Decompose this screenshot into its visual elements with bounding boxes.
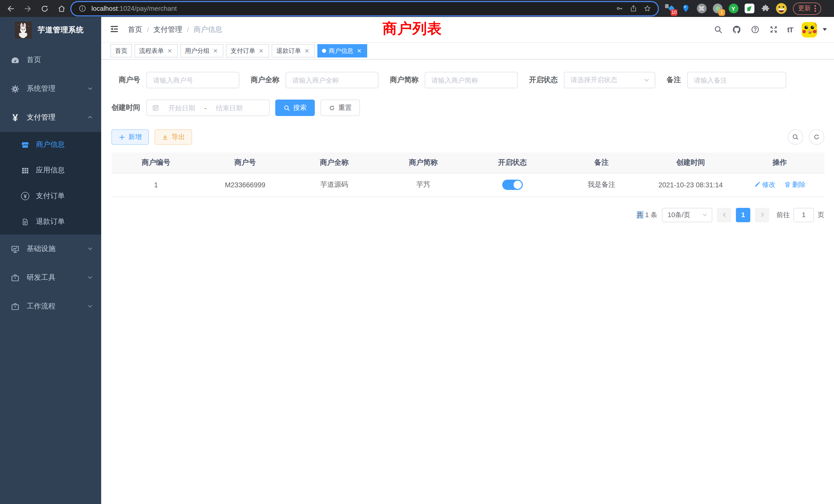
avatar-caret-icon[interactable] [823,28,827,31]
extension-sorter-icon[interactable]: 10 [664,3,675,14]
breadcrumb-separator: / [147,25,149,33]
sidebar-item-payment[interactable]: ¥ 支付管理 [0,103,101,132]
tab-label: 商户信息 [329,46,353,55]
remark-input[interactable] [687,72,786,88]
add-button[interactable]: 新增 [111,129,149,145]
remark-label: 备注 [666,75,687,85]
help-question-icon[interactable] [750,25,760,35]
breadcrumb-payment[interactable]: 支付管理 [154,25,182,34]
active-tab-dot [322,49,326,53]
extension-command-icon[interactable]: ⌘ [696,3,707,14]
add-button-label: 新增 [128,132,142,142]
extension-y-icon[interactable]: Y [728,3,739,14]
browser-home-icon[interactable] [56,3,67,14]
tab-close-icon[interactable]: ✕ [212,47,219,54]
pencil-icon [754,181,761,188]
page-size-select[interactable]: 10条/页 [662,208,712,222]
password-key-icon[interactable] [615,4,624,13]
github-icon[interactable] [732,25,742,35]
chrome-update-button[interactable]: 更新 [793,2,821,15]
tab-user-group[interactable]: 用户分组 ✕ [180,44,223,58]
document-icon [21,217,29,226]
app-logo-row[interactable]: 芋道管理系统 [0,17,101,43]
breadcrumb-home[interactable]: 首页 [128,25,142,34]
tab-close-icon[interactable]: ✕ [304,47,310,54]
sidebar-item-label: 退款订单 [36,217,65,226]
short-name-input[interactable] [425,72,518,88]
tab-close-icon[interactable]: ✕ [356,47,363,54]
create-time-label: 创建时间 [111,103,146,112]
profile-avatar-icon[interactable] [775,3,787,14]
sidebar-fold-icon[interactable] [109,24,121,35]
refresh-table-button[interactable] [809,129,824,145]
sidebar-item-merchant-info[interactable]: 商户信息 [0,132,101,158]
tab-process-form[interactable]: 流程表单 ✕ [135,44,178,58]
sidebar-item-home[interactable]: 首页 [0,46,101,74]
tab-payment-orders[interactable]: 支付订单 ✕ [226,44,269,58]
chrome-menu-icon[interactable] [814,5,816,12]
fullscreen-icon[interactable] [769,25,778,35]
merchant-no-input[interactable] [146,72,239,88]
delete-link[interactable]: 删除 [784,180,806,189]
merchant-no-label: 商户号 [111,75,146,85]
store-icon [21,141,29,149]
browser-chrome: localhost:1024/pay/merchant 10 ⌘ [0,0,834,17]
extension-recorder-icon[interactable]: 1 [712,3,723,14]
tab-home[interactable]: 首页 [110,44,132,58]
status-toggle[interactable] [502,180,523,190]
tab-label: 首页 [115,46,127,55]
sidebar-item-system[interactable]: 系统管理 [0,74,101,103]
sidebar-item-workflow[interactable]: 工作流程 [0,292,101,321]
sidebar-item-refund-orders[interactable]: 退款订单 [0,209,101,234]
end-date-input[interactable] [210,104,248,112]
bookmark-star-icon[interactable] [642,4,652,13]
edit-link[interactable]: 修改 [754,180,775,189]
chevron-down-icon [87,274,93,282]
extension-pin-icon[interactable] [680,3,691,14]
toggle-search-button[interactable] [788,129,803,145]
next-page-button[interactable] [755,208,769,222]
prev-page-button[interactable] [717,208,731,222]
site-info-icon[interactable] [78,4,87,13]
tags-view-bar: 首页 流程表单 ✕ 用户分组 ✕ 支付订单 ✕ 退款订单 ✕ [101,43,834,60]
header-search-icon[interactable] [713,25,723,35]
share-icon[interactable] [629,4,638,13]
extensions-puzzle-icon[interactable] [760,3,771,14]
sidebar-item-label: 工作流程 [27,302,56,311]
address-bar[interactable]: localhost:1024/pay/merchant [71,2,658,15]
extension-badge: 10 [671,9,677,16]
page-1-button[interactable]: 1 [736,208,750,222]
edit-link-label: 修改 [762,180,775,189]
yen-circle-icon: ¥ [21,192,29,200]
user-avatar[interactable] [802,22,817,37]
text-size-icon[interactable]: tT [787,25,793,33]
extension-notes-icon[interactable] [744,3,755,14]
tab-close-icon[interactable]: ✕ [258,47,264,54]
browser-back-icon[interactable] [5,3,17,14]
sidebar-item-payment-orders[interactable]: ¥ 支付订单 [0,183,101,209]
breadcrumb-separator: / [187,25,189,33]
plus-icon [118,134,125,140]
start-date-input[interactable] [163,104,201,112]
full-name-input[interactable] [286,72,378,88]
export-button[interactable]: 导出 [155,129,192,145]
yen-icon: ¥ [11,113,20,122]
tab-refund-orders[interactable]: 退款订单 ✕ [272,44,315,58]
cell-remark: 我是备注 [557,173,646,197]
tab-label: 退款订单 [276,46,301,55]
monitor-chart-icon [11,245,20,253]
tab-close-icon[interactable]: ✕ [167,47,173,54]
sidebar-item-dev-tools[interactable]: 研发工具 [0,263,101,292]
create-time-range-picker[interactable]: - [146,99,270,116]
browser-reload-icon[interactable] [39,3,50,14]
update-label: 更新 [798,4,811,13]
sidebar-item-infrastructure[interactable]: 基础设施 [0,234,101,263]
extension-icons: 10 ⌘ 1 Y [664,3,787,14]
tab-merchant-info-active[interactable]: 商户信息 ✕ [317,44,367,58]
sidebar-item-app-info[interactable]: 应用信息 [0,158,101,183]
search-button[interactable]: 搜索 [275,99,315,116]
reset-button[interactable]: 重置 [321,99,360,116]
goto-page-input[interactable] [793,208,814,222]
browser-forward-icon[interactable] [22,3,34,14]
status-select[interactable]: 请选择开启状态 [564,72,655,88]
